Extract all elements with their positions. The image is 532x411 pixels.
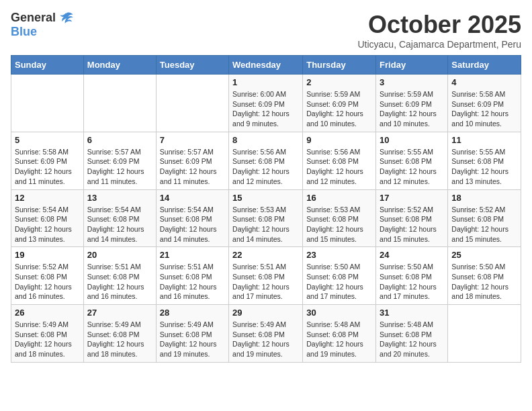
calendar-cell: 29Sunrise: 5:49 AM Sunset: 6:08 PM Dayli… — [229, 305, 303, 363]
calendar-cell: 13Sunrise: 5:54 AM Sunset: 6:08 PM Dayli… — [83, 189, 156, 247]
calendar-cell: 6Sunrise: 5:57 AM Sunset: 6:09 PM Daylig… — [83, 132, 156, 189]
day-info: Sunrise: 5:49 AM Sunset: 6:08 PM Dayligh… — [87, 320, 152, 359]
day-number: 12 — [15, 193, 80, 203]
day-info: Sunrise: 5:52 AM Sunset: 6:08 PM Dayligh… — [380, 205, 444, 244]
day-number: 3 — [380, 77, 444, 87]
day-info: Sunrise: 5:48 AM Sunset: 6:08 PM Dayligh… — [306, 320, 372, 359]
day-number: 9 — [306, 135, 372, 145]
logo: General Blue — [11, 11, 74, 39]
calendar-week-row: 1Sunrise: 6:00 AM Sunset: 6:09 PM Daylig… — [11, 75, 521, 132]
calendar-table: SundayMondayTuesdayWednesdayThursdayFrid… — [11, 55, 521, 363]
day-info: Sunrise: 5:50 AM Sunset: 6:08 PM Dayligh… — [306, 262, 372, 302]
weekday-header: Friday — [376, 56, 448, 75]
day-number: 18 — [451, 193, 517, 203]
day-info: Sunrise: 5:58 AM Sunset: 6:09 PM Dayligh… — [15, 147, 80, 187]
calendar-cell: 8Sunrise: 5:56 AM Sunset: 6:08 PM Daylig… — [229, 132, 303, 189]
calendar-week-row: 12Sunrise: 5:54 AM Sunset: 6:08 PM Dayli… — [11, 189, 521, 247]
calendar-cell: 31Sunrise: 5:48 AM Sunset: 6:08 PM Dayli… — [376, 305, 448, 363]
day-number: 6 — [87, 135, 152, 145]
day-number: 20 — [87, 250, 152, 260]
calendar-cell: 30Sunrise: 5:48 AM Sunset: 6:08 PM Dayli… — [303, 305, 376, 363]
day-info: Sunrise: 5:59 AM Sunset: 6:09 PM Dayligh… — [306, 89, 372, 129]
day-info: Sunrise: 5:57 AM Sunset: 6:09 PM Dayligh… — [87, 147, 152, 187]
day-number: 22 — [232, 250, 299, 260]
calendar-cell: 10Sunrise: 5:55 AM Sunset: 6:08 PM Dayli… — [376, 132, 448, 189]
day-number: 19 — [15, 250, 80, 260]
calendar-cell: 9Sunrise: 5:56 AM Sunset: 6:08 PM Daylig… — [303, 132, 376, 189]
day-number: 8 — [232, 135, 299, 145]
day-number: 11 — [451, 135, 517, 145]
calendar-cell: 3Sunrise: 5:59 AM Sunset: 6:09 PM Daylig… — [376, 75, 448, 132]
page-header: General Blue October 2025 Uticyacu, Caja… — [11, 11, 521, 50]
day-info: Sunrise: 5:50 AM Sunset: 6:08 PM Dayligh… — [380, 262, 444, 302]
day-info: Sunrise: 5:56 AM Sunset: 6:08 PM Dayligh… — [232, 147, 299, 187]
calendar-cell: 7Sunrise: 5:57 AM Sunset: 6:09 PM Daylig… — [156, 132, 228, 189]
calendar-cell — [11, 75, 84, 132]
day-number: 28 — [160, 308, 225, 318]
calendar-cell: 23Sunrise: 5:50 AM Sunset: 6:08 PM Dayli… — [303, 247, 376, 305]
calendar-cell: 1Sunrise: 6:00 AM Sunset: 6:09 PM Daylig… — [229, 75, 303, 132]
day-info: Sunrise: 5:55 AM Sunset: 6:08 PM Dayligh… — [380, 147, 444, 187]
weekday-header: Saturday — [448, 56, 521, 75]
day-number: 27 — [87, 308, 152, 318]
day-info: Sunrise: 5:49 AM Sunset: 6:08 PM Dayligh… — [15, 320, 80, 359]
day-number: 25 — [451, 250, 517, 260]
day-number: 21 — [160, 250, 225, 260]
day-number: 30 — [306, 308, 372, 318]
day-number: 13 — [87, 193, 152, 203]
day-info: Sunrise: 5:57 AM Sunset: 6:09 PM Dayligh… — [160, 147, 225, 187]
day-number: 10 — [380, 135, 444, 145]
day-info: Sunrise: 5:53 AM Sunset: 6:08 PM Dayligh… — [306, 205, 372, 244]
day-info: Sunrise: 5:51 AM Sunset: 6:08 PM Dayligh… — [160, 262, 225, 302]
day-number: 7 — [160, 135, 225, 145]
calendar-cell: 12Sunrise: 5:54 AM Sunset: 6:08 PM Dayli… — [11, 189, 84, 247]
calendar-cell: 27Sunrise: 5:49 AM Sunset: 6:08 PM Dayli… — [83, 305, 156, 363]
calendar-cell: 16Sunrise: 5:53 AM Sunset: 6:08 PM Dayli… — [303, 189, 376, 247]
calendar-cell: 24Sunrise: 5:50 AM Sunset: 6:08 PM Dayli… — [376, 247, 448, 305]
day-info: Sunrise: 5:51 AM Sunset: 6:08 PM Dayligh… — [232, 262, 299, 302]
calendar-cell: 25Sunrise: 5:50 AM Sunset: 6:08 PM Dayli… — [448, 247, 521, 305]
day-number: 23 — [306, 250, 372, 260]
calendar-cell — [448, 305, 521, 363]
calendar-cell — [156, 75, 228, 132]
day-info: Sunrise: 5:49 AM Sunset: 6:08 PM Dayligh… — [160, 320, 225, 359]
calendar-cell: 17Sunrise: 5:52 AM Sunset: 6:08 PM Dayli… — [376, 189, 448, 247]
weekday-header: Wednesday — [229, 56, 303, 75]
calendar-cell: 2Sunrise: 5:59 AM Sunset: 6:09 PM Daylig… — [303, 75, 376, 132]
location: Uticyacu, Cajamarca Department, Peru — [357, 39, 521, 50]
day-info: Sunrise: 5:48 AM Sunset: 6:08 PM Dayligh… — [380, 320, 444, 359]
day-info: Sunrise: 5:52 AM Sunset: 6:08 PM Dayligh… — [451, 205, 517, 244]
calendar-cell: 26Sunrise: 5:49 AM Sunset: 6:08 PM Dayli… — [11, 305, 84, 363]
day-info: Sunrise: 5:55 AM Sunset: 6:08 PM Dayligh… — [451, 147, 517, 187]
weekday-header: Sunday — [11, 56, 84, 75]
day-info: Sunrise: 5:53 AM Sunset: 6:08 PM Dayligh… — [232, 205, 299, 244]
day-number: 16 — [306, 193, 372, 203]
day-info: Sunrise: 5:49 AM Sunset: 6:08 PM Dayligh… — [232, 320, 299, 359]
day-info: Sunrise: 5:54 AM Sunset: 6:08 PM Dayligh… — [160, 205, 225, 244]
day-info: Sunrise: 5:54 AM Sunset: 6:08 PM Dayligh… — [15, 205, 80, 244]
day-info: Sunrise: 5:52 AM Sunset: 6:08 PM Dayligh… — [15, 262, 80, 302]
calendar-cell — [83, 75, 156, 132]
logo-bird-icon — [59, 11, 74, 26]
day-info: Sunrise: 5:58 AM Sunset: 6:09 PM Dayligh… — [451, 89, 517, 129]
day-number: 5 — [15, 135, 80, 145]
weekday-header-row: SundayMondayTuesdayWednesdayThursdayFrid… — [11, 56, 521, 75]
calendar-cell: 11Sunrise: 5:55 AM Sunset: 6:08 PM Dayli… — [448, 132, 521, 189]
day-number: 14 — [160, 193, 225, 203]
day-number: 2 — [306, 77, 372, 87]
title-block: October 2025 Uticyacu, Cajamarca Departm… — [357, 11, 521, 50]
calendar-cell: 19Sunrise: 5:52 AM Sunset: 6:08 PM Dayli… — [11, 247, 84, 305]
day-number: 1 — [232, 77, 299, 87]
day-number: 31 — [380, 308, 444, 318]
day-number: 17 — [380, 193, 444, 203]
day-number: 26 — [15, 308, 80, 318]
calendar-cell: 21Sunrise: 5:51 AM Sunset: 6:08 PM Dayli… — [156, 247, 228, 305]
day-number: 4 — [451, 77, 517, 87]
calendar-cell: 18Sunrise: 5:52 AM Sunset: 6:08 PM Dayli… — [448, 189, 521, 247]
day-info: Sunrise: 5:56 AM Sunset: 6:08 PM Dayligh… — [306, 147, 372, 187]
calendar-cell: 14Sunrise: 5:54 AM Sunset: 6:08 PM Dayli… — [156, 189, 228, 247]
calendar-week-row: 19Sunrise: 5:52 AM Sunset: 6:08 PM Dayli… — [11, 247, 521, 305]
calendar-cell: 20Sunrise: 5:51 AM Sunset: 6:08 PM Dayli… — [83, 247, 156, 305]
day-info: Sunrise: 6:00 AM Sunset: 6:09 PM Dayligh… — [232, 89, 299, 129]
day-info: Sunrise: 5:50 AM Sunset: 6:08 PM Dayligh… — [451, 262, 517, 302]
